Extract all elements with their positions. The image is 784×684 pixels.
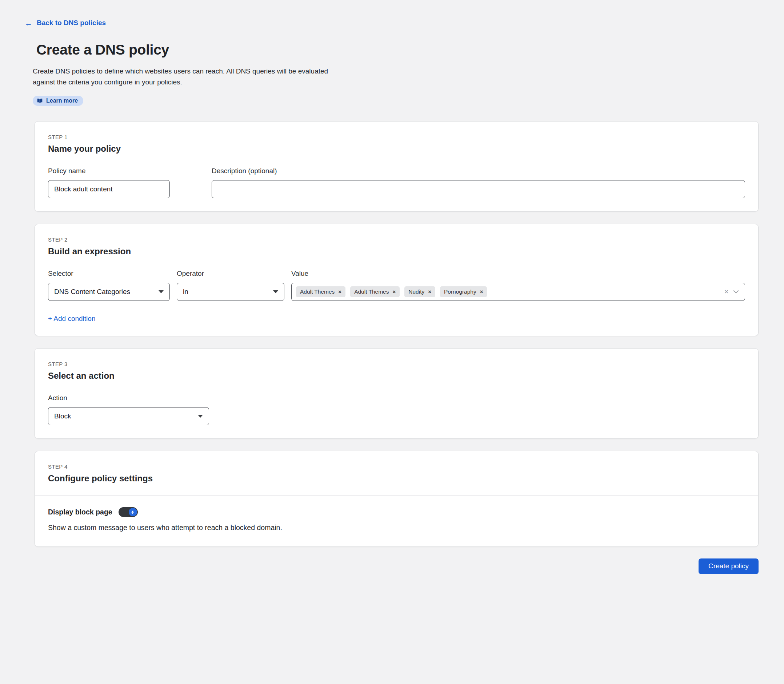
operator-label: Operator: [177, 269, 284, 277]
action-dropdown[interactable]: Block: [48, 407, 209, 425]
step1-card: STEP 1 Name your policy Policy name Desc…: [35, 121, 758, 212]
expression-row: Selector DNS Content Categories Operator…: [48, 269, 745, 301]
value-tag-label: Adult Themes: [354, 289, 389, 295]
step4-card: STEP 4 Configure policy settings Display…: [35, 451, 758, 547]
operator-column: Operator in: [177, 269, 284, 301]
operator-dropdown-value: in: [183, 288, 188, 296]
selector-column: Selector DNS Content Categories: [48, 269, 170, 301]
policy-name-label: Policy name: [48, 167, 170, 175]
step2-card: STEP 2 Build an expression Selector DNS …: [35, 224, 758, 336]
display-block-page-label: Display block page: [48, 508, 113, 516]
description-input[interactable]: [212, 180, 745, 198]
chevron-down-icon: [159, 290, 164, 293]
remove-tag-icon[interactable]: ×: [480, 289, 483, 294]
back-arrow-icon: ←: [25, 19, 32, 27]
display-block-page-description: Show a custom message to users who attem…: [48, 524, 745, 532]
step4-step-label: STEP 4: [48, 463, 745, 470]
policy-name-field: Policy name: [48, 167, 170, 198]
add-condition-link[interactable]: + Add condition: [48, 315, 95, 323]
value-column: Value Adult Themes×Adult Themes×Nudity×P…: [291, 269, 745, 301]
action-label: Action: [48, 394, 745, 402]
step1-fields: Policy name Description (optional): [48, 167, 745, 198]
step1-step-label: STEP 1: [48, 134, 745, 140]
value-tag-label: Adult Themes: [300, 289, 335, 295]
step4-title: Configure policy settings: [48, 473, 745, 484]
step1-title: Name your policy: [48, 144, 745, 154]
chevron-down-icon: [198, 415, 203, 418]
footer-actions: Create policy: [35, 558, 758, 596]
display-block-page-toggle[interactable]: [119, 507, 138, 517]
create-policy-button[interactable]: Create policy: [699, 558, 758, 574]
value-tag-list: Adult Themes×Adult Themes×Nudity×Pornogr…: [296, 286, 720, 297]
selector-dropdown-value: DNS Content Categories: [54, 288, 130, 296]
page-description: Create DNS policies to define which webs…: [33, 66, 345, 88]
toggle-knob-icon: [129, 508, 137, 516]
value-tag: Adult Themes×: [350, 286, 400, 297]
action-field: Action Block: [48, 394, 745, 425]
step2-title: Build an expression: [48, 246, 745, 256]
learn-more-button[interactable]: Learn more: [33, 96, 83, 106]
clear-value-icon[interactable]: ×: [724, 288, 729, 296]
operator-dropdown[interactable]: in: [177, 283, 284, 301]
value-multiselect[interactable]: Adult Themes×Adult Themes×Nudity×Pornogr…: [291, 283, 745, 301]
selector-label: Selector: [48, 269, 170, 277]
remove-tag-icon[interactable]: ×: [392, 289, 396, 294]
remove-tag-icon[interactable]: ×: [428, 289, 431, 294]
value-label: Value: [291, 269, 745, 277]
back-link-label: Back to DNS policies: [37, 19, 106, 27]
value-tag: Adult Themes×: [296, 286, 345, 297]
step2-step-label: STEP 2: [48, 237, 745, 243]
learn-more-label: Learn more: [46, 97, 78, 104]
selector-dropdown[interactable]: DNS Content Categories: [48, 283, 170, 301]
value-tag: Nudity×: [404, 286, 435, 297]
policy-form: STEP 1 Name your policy Policy name Desc…: [35, 121, 758, 547]
step3-title: Select an action: [48, 371, 745, 381]
step3-card: STEP 3 Select an action Action Block: [35, 348, 758, 439]
description-label: Description (optional): [212, 167, 745, 175]
chevron-down-icon[interactable]: [733, 290, 739, 294]
back-link[interactable]: ← Back to DNS policies: [25, 19, 106, 27]
value-tag-label: Pornography: [444, 289, 477, 295]
remove-tag-icon[interactable]: ×: [338, 289, 341, 294]
description-field: Description (optional): [212, 167, 745, 198]
step4-header: STEP 4 Configure policy settings: [35, 451, 758, 495]
value-tag: Pornography×: [440, 286, 487, 297]
page-title: Create a DNS policy: [36, 42, 784, 58]
step3-step-label: STEP 3: [48, 361, 745, 367]
action-dropdown-value: Block: [54, 412, 71, 420]
chevron-down-icon: [273, 290, 278, 293]
step4-settings: Display block page Show a custom message…: [35, 495, 758, 547]
policy-name-input[interactable]: [48, 180, 170, 198]
display-block-page-row: Display block page: [48, 507, 745, 517]
value-tag-label: Nudity: [408, 289, 424, 295]
book-icon: [37, 98, 43, 103]
